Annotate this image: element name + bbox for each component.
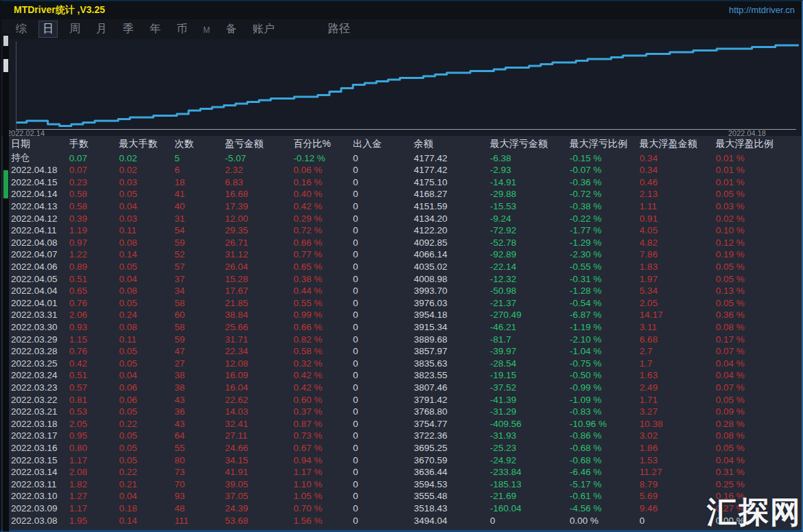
chart-x-axis [16, 129, 796, 130]
table-cell: 0.12 % [716, 237, 800, 249]
table-cell: 0 [353, 406, 414, 418]
table-cell: 0.07 % [716, 345, 800, 358]
table-row[interactable]: 2022.03.074.350.2115678.322.33 %03440.36… [3, 527, 800, 528]
table-cell: 持仓 [3, 152, 69, 164]
table-cell: 5 [174, 152, 225, 164]
table-cell: -2.93 [490, 164, 570, 176]
table-cell: 0.95 [69, 430, 119, 442]
table-row[interactable]: 2022.04.010.760.055821.850.55 %03976.03-… [3, 297, 800, 310]
table-cell: 43 [174, 417, 225, 430]
table-row[interactable]: 2022.04.140.580.054116.680.40 %04168.27-… [3, 188, 800, 200]
table-cell: 0.34 [640, 152, 716, 164]
menu-item-path[interactable]: 路径 [328, 22, 350, 36]
table-row[interactable]: 2022.04.071.220.145231.120.77 %04066.14-… [3, 248, 800, 261]
table-cell: -28.54 [490, 358, 570, 370]
table-row[interactable]: 2022.03.291.150.115931.710.82 %03889.68-… [3, 333, 800, 345]
table-cell: 0 [353, 164, 414, 176]
website-link[interactable]: http://mtdriver.cn [729, 5, 795, 15]
table-cell: 0.80 [69, 442, 119, 454]
table-row[interactable]: 2022.03.312.060.246038.840.99 %03954.18-… [3, 309, 800, 321]
table-cell: 4177.42 [414, 152, 490, 164]
table-cell: 0.58 [69, 188, 119, 200]
table-row[interactable]: 2022.03.300.930.085825.660.66 %03915.34-… [3, 321, 800, 334]
table-cell: 59 [174, 237, 225, 249]
table-row[interactable]: 2022.04.050.510.043715.280.38 %04008.98-… [3, 273, 800, 285]
table-cell: 0.11 [119, 224, 174, 237]
table-row[interactable]: 2022.03.280.760.054722.340.58 %03857.97-… [3, 345, 800, 358]
table-cell: 2022.03.29 [3, 333, 69, 345]
table-cell: -10.96 % [570, 417, 640, 430]
table-cell: 58 [174, 321, 225, 334]
table-cell: -15.53 [490, 200, 570, 213]
table-row[interactable]: 2022.03.091.170.184824.390.70 %03518.43-… [3, 502, 800, 515]
menu-item-currency[interactable]: 币 [173, 21, 191, 37]
table-cell: 0 [353, 261, 414, 273]
stats-table: 日期手数最大手数次数盈亏金额百分比%出入金余额最大浮亏金额最大浮亏比例最大浮盈金… [3, 136, 800, 528]
menu-item-m[interactable]: M [200, 23, 213, 36]
table-cell: -0.72 % [570, 188, 640, 200]
table-row[interactable]: 2022.03.240.510.043816.090.42 %03823.55-… [3, 369, 800, 382]
menu-item-summary[interactable]: 综 [12, 21, 30, 37]
table-row[interactable]: 2022.03.170.950.056427.110.73 %03722.36-… [3, 430, 800, 442]
table-cell: 58 [174, 297, 225, 310]
table-cell: 21.85 [225, 297, 294, 310]
table-row[interactable]: 2022.04.080.970.085926.710.66 %04092.85-… [3, 237, 800, 249]
table-row[interactable]: 2022.03.160.800.055524.660.67 %03695.25-… [3, 442, 800, 454]
table-cell: 0 [353, 297, 414, 310]
table-row[interactable]: 2022.03.142.080.227341.911.17 %03636.44-… [3, 466, 800, 478]
menu-item-daily[interactable]: 日 [39, 21, 57, 37]
table-row[interactable]: 2022.03.220.810.064322.620.60 %03791.42-… [3, 393, 800, 406]
table-cell: 5.69 [640, 490, 716, 502]
table-row[interactable]: 2022.03.111.820.217039.051.10 %03594.53-… [3, 478, 800, 490]
table-cell: 37.05 [225, 490, 294, 502]
column-header: 最大浮盈金额 [640, 136, 716, 152]
table-cell: -19.15 [490, 369, 570, 382]
table-row[interactable]: 2022.03.151.170.058034.150.94 %03670.59-… [3, 454, 800, 466]
left-scrollbar[interactable] [3, 34, 9, 531]
table-cell: -1.19 % [570, 321, 640, 334]
table-cell: 0 [353, 502, 414, 515]
table-cell: 2022.03.23 [3, 382, 69, 394]
table-cell: 0.08 % [716, 430, 800, 442]
table-row[interactable]: 2022.04.040.650.083417.670.44 %03993.70-… [3, 285, 800, 297]
menu-item-weekly[interactable]: 周 [66, 21, 84, 37]
table-row[interactable]: 2022.04.120.390.033112.000.29 %04134.20-… [3, 212, 800, 224]
table-cell: 4008.98 [414, 273, 490, 285]
table-cell: 3915.34 [414, 321, 490, 334]
table-cell: 0.23 [69, 176, 119, 189]
table-row[interactable]: 2022.04.180.070.0262.320.06 %04177.42-2.… [3, 164, 800, 176]
table-row[interactable]: 2022.03.081.950.1411153.681.56 %03494.04… [3, 514, 800, 527]
table-row[interactable]: 2022.03.230.570.063816.040.42 %03807.46-… [3, 382, 800, 394]
table-cell: 0.14 [119, 248, 174, 261]
table-cell: -29.88 [490, 188, 570, 200]
table-cell: -0.36 % [570, 176, 640, 189]
menu-item-account[interactable]: 账户 [249, 21, 278, 37]
table-row[interactable]: 2022.04.150.230.03186.830.16 %04175.10-1… [3, 176, 800, 189]
table-cell: 27.11 [225, 430, 294, 442]
table-cell: 2022.04.12 [3, 212, 69, 224]
table-cell: 6.83 [225, 176, 294, 189]
menu-item-yearly[interactable]: 年 [146, 21, 164, 37]
table-cell: 2.32 [225, 164, 294, 176]
menu-item-quarterly[interactable]: 季 [119, 21, 137, 37]
table-row[interactable]: 2022.03.250.420.052712.080.32 %03835.63-… [3, 358, 800, 370]
table-cell: 17.67 [225, 285, 294, 297]
table-row[interactable]: 2022.04.130.580.044017.390.42 %04151.59-… [3, 200, 800, 213]
table-row[interactable]: 2022.03.101.270.049337.051.05 %03555.48-… [3, 490, 800, 502]
table-cell: 0.42 % [294, 200, 353, 213]
table-cell: 0.03 % [716, 200, 800, 213]
table-row-holding[interactable]: 持仓0.070.025-5.07-0.12 %04177.42-6.38-0.1… [3, 152, 800, 164]
scrollbar-thumb[interactable] [3, 59, 8, 72]
table-row[interactable]: 2022.03.210.530.053614.030.37 %03768.80-… [3, 406, 800, 418]
menu-item-backup[interactable]: 备 [222, 21, 240, 37]
table-cell: 54 [174, 224, 225, 237]
table-cell: -1.29 % [570, 237, 640, 249]
table-row[interactable]: 2022.04.060.890.055726.040.65 %04035.02-… [3, 261, 800, 273]
menu-item-monthly[interactable]: 月 [93, 21, 110, 37]
table-cell: 3518.43 [414, 502, 490, 515]
table-cell: 0.82 % [294, 333, 353, 345]
table-cell: 0 [353, 514, 414, 527]
table-row[interactable]: 2022.03.182.050.224332.410.87 %03754.77-… [3, 417, 800, 430]
table-row[interactable]: 2022.04.111.190.115429.350.72 %04122.20-… [3, 224, 800, 237]
table-cell: 0.02 [119, 152, 174, 164]
